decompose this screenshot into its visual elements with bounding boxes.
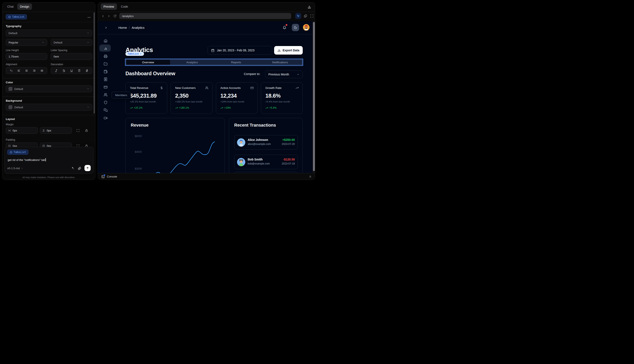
font-weight-select[interactable]: Regular xyxy=(6,39,47,46)
rail-members-icon[interactable] xyxy=(104,93,108,97)
margin-expand-button[interactable] xyxy=(76,129,80,132)
align-justify-icon[interactable] xyxy=(40,69,44,72)
rail-security-icon[interactable] xyxy=(104,100,108,104)
margin-lock-button[interactable] xyxy=(85,129,88,132)
letter-spacing-input[interactable]: 0em xyxy=(51,53,92,60)
tab-code[interactable]: Code xyxy=(118,4,131,10)
chevron-right-icon xyxy=(107,14,111,18)
inspect-mode-button[interactable] xyxy=(295,13,301,19)
rail-folder-icon[interactable] xyxy=(104,62,108,66)
send-button[interactable] xyxy=(85,165,91,171)
paperclip-icon xyxy=(78,167,81,170)
disclaimer-text: v0 may make mistakes. Please use with di… xyxy=(2,176,95,178)
rail-analytics-icon[interactable] xyxy=(104,46,108,50)
console-bar[interactable]: Console xyxy=(98,173,315,180)
tab-notifications[interactable]: Notifications xyxy=(258,60,302,65)
notifications-bell-button[interactable] xyxy=(283,26,286,30)
color-select[interactable]: Default xyxy=(6,86,92,92)
margin-y-input[interactable]: 0px xyxy=(40,127,72,134)
undo-icon[interactable] xyxy=(10,69,13,72)
compare-select[interactable]: Previous Month xyxy=(265,70,303,78)
tab-analytics[interactable]: Analytics xyxy=(170,60,214,65)
background-section-title: Background xyxy=(6,99,22,102)
download-button[interactable] xyxy=(307,5,311,9)
align-right-icon[interactable] xyxy=(33,69,36,72)
letter-spacing-label: Letter Spacing xyxy=(51,49,67,52)
trending-up-icon xyxy=(175,106,178,109)
component-badge[interactable]: TabsList xyxy=(125,52,144,56)
duplicate-button[interactable] xyxy=(304,14,307,18)
chevron-down-icon xyxy=(87,41,89,44)
underline-icon[interactable] xyxy=(70,69,73,72)
nav-refresh-button[interactable] xyxy=(114,14,117,18)
stat-card-total-revenue: Total Revenue $45,231.89 +20.1% from las… xyxy=(125,82,167,114)
align-left-icon[interactable] xyxy=(17,69,21,72)
italic-icon[interactable] xyxy=(55,69,58,72)
tab-overview[interactable]: Overview xyxy=(126,60,170,65)
tab-design[interactable]: Design xyxy=(17,4,32,10)
url-bar[interactable]: /analytics xyxy=(119,13,291,19)
scrollbar-thumb[interactable] xyxy=(313,22,315,171)
transaction-row[interactable]: Alice Johnson alice@example.com +$350.00… xyxy=(234,135,298,150)
rail-video-icon[interactable] xyxy=(104,116,108,120)
chevron-left-icon xyxy=(101,14,105,18)
rail-home-icon[interactable] xyxy=(104,39,108,42)
design-panel-scrollbar[interactable] xyxy=(94,12,95,114)
compare-label: Compare to: xyxy=(244,72,260,76)
composer-component-chip[interactable]: TabsList xyxy=(7,150,28,155)
preview-scrollbar[interactable] xyxy=(312,21,315,173)
align-center-icon[interactable] xyxy=(25,69,28,72)
rail-receipt-icon[interactable] xyxy=(104,77,108,81)
nav-back-button[interactable] xyxy=(101,14,105,18)
members-tooltip: Members xyxy=(112,92,131,99)
line-height-input[interactable]: 1.75rem xyxy=(6,53,47,60)
transaction-row[interactable]: Bob Smith bob@example.com -$120.50 2023-… xyxy=(234,155,298,169)
model-select[interactable]: v0-1.5-md xyxy=(7,167,23,170)
breadcrumb-current: Analytics xyxy=(132,26,144,30)
more-options-button[interactable] xyxy=(87,16,91,19)
trending-up-icon xyxy=(265,106,268,109)
dollar-icon xyxy=(160,86,163,90)
rail-printer-icon[interactable] xyxy=(104,54,108,58)
refresh-icon xyxy=(114,14,117,18)
notification-dot xyxy=(286,24,287,26)
margin-x-input[interactable]: 0px xyxy=(6,127,38,134)
avatar xyxy=(237,158,245,166)
tab-reports[interactable]: Reports xyxy=(214,60,258,65)
tab-chat[interactable]: Chat xyxy=(5,4,17,10)
console-expand-button[interactable] xyxy=(309,175,312,178)
overline-icon[interactable] xyxy=(78,69,81,72)
enhance-prompt-button[interactable] xyxy=(71,166,75,170)
font-size-select[interactable]: Default xyxy=(51,39,92,46)
date-range-picker[interactable]: Jan 20, 2023 - Feb 09, 2023 xyxy=(208,46,272,54)
user-avatar[interactable] xyxy=(303,24,309,31)
breadcrumb-home[interactable]: Home xyxy=(118,26,127,30)
tab-preview[interactable]: Preview xyxy=(101,4,117,10)
chevron-down-icon xyxy=(42,41,44,44)
rail-wallet-icon[interactable] xyxy=(104,70,108,74)
trending-up-icon xyxy=(220,106,223,109)
txn-amount: -$120.50 xyxy=(283,158,295,161)
fullscreen-button[interactable] xyxy=(310,14,313,18)
export-data-button[interactable]: Export Data xyxy=(274,46,303,54)
trending-up-icon xyxy=(130,106,133,109)
padding-label: Padding xyxy=(6,138,15,141)
chat-composer[interactable]: TabsList get rid of the "notifications" … xyxy=(5,147,93,174)
avatar-image-bob xyxy=(237,158,245,166)
rail-credit-card-icon[interactable] xyxy=(104,85,108,89)
chevron-down-icon xyxy=(21,167,23,170)
margin-horizontal-icon xyxy=(8,129,11,132)
breadcrumb-separator: / xyxy=(129,26,130,30)
rail-messages-icon[interactable] xyxy=(104,108,108,112)
background-select[interactable]: Default xyxy=(6,104,92,110)
nav-forward-button[interactable] xyxy=(107,14,111,18)
no-decoration-icon[interactable] xyxy=(85,69,89,72)
selected-component-chip[interactable]: TabsList xyxy=(6,14,27,20)
font-select[interactable]: Default xyxy=(6,30,92,36)
background-swatch xyxy=(9,105,12,109)
attach-file-button[interactable] xyxy=(78,167,81,170)
composer-input[interactable]: get rid of the "notifications" tab xyxy=(8,158,46,162)
strikethrough-icon[interactable] xyxy=(62,69,66,72)
sidebar-toggle-button[interactable] xyxy=(105,26,108,29)
theme-toggle-button[interactable] xyxy=(292,24,299,31)
